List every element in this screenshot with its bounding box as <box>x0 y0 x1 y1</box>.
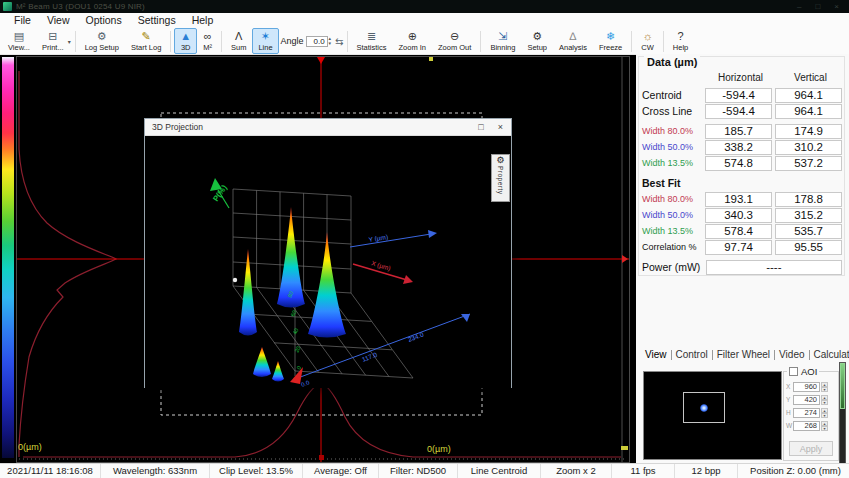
tab-video[interactable]: Video <box>775 349 808 360</box>
tab-view[interactable]: View <box>641 349 671 360</box>
menu-item-view[interactable]: View <box>39 13 78 28</box>
menu-item-settings[interactable]: Settings <box>130 13 184 28</box>
data-value-vertical: 178.8 <box>775 192 842 207</box>
toolbar-button-cw[interactable]: ☼CW <box>635 28 660 54</box>
toolbar: ▤View...⊟Print...▾⚙Log Setup✎Start Log▲3… <box>0 28 849 55</box>
apply-button[interactable]: Apply <box>789 441 833 456</box>
app-icon <box>3 2 12 11</box>
3d-icon: ▲ <box>180 30 191 42</box>
menu-item-help[interactable]: Help <box>184 13 222 28</box>
tab-control[interactable]: Control <box>672 349 712 360</box>
aoi-panel-label: AOI <box>801 366 817 377</box>
crosshair-bottom-marker <box>319 455 324 460</box>
aoi-field-h: H274▴▾ <box>786 406 828 419</box>
toolbar-button-help[interactable]: ?Help <box>667 28 694 54</box>
origin-marker: 0.0 <box>290 367 311 388</box>
toolbar-button-sum[interactable]: ΛSum <box>225 28 252 54</box>
title-bar[interactable]: M² Beam U3 (DOU1 0254 U9 NIR) – □ × <box>0 0 849 13</box>
column-header-vertical: Vertical <box>777 72 844 83</box>
toolbar-button-m[interactable]: ∞M² <box>197 28 218 54</box>
spin-down-icon[interactable]: ▾ <box>821 426 828 431</box>
crosshair-top-marker <box>317 57 325 64</box>
toolbar-button-log-setup[interactable]: ⚙Log Setup <box>79 28 125 54</box>
toolbar-button-binning[interactable]: ⇲Binning <box>484 28 521 54</box>
m2-icon: ∞ <box>204 30 212 42</box>
maximize-button[interactable]: □ <box>815 0 820 13</box>
aoi-field-label: X <box>786 383 793 390</box>
log-setup-icon: ⚙ <box>97 30 107 42</box>
x-axis: X (µm) <box>353 259 413 284</box>
aoi-field-spinner[interactable]: ▴▾ <box>821 408 828 418</box>
minimize-button[interactable]: – <box>797 0 801 13</box>
dropdown-arrow-icon[interactable]: ▾ <box>68 38 71 45</box>
aoi-field-input[interactable]: 420 <box>793 395 820 405</box>
projection-maximize-button[interactable]: □ <box>478 120 483 135</box>
data-value-horizontal: -594.4 <box>705 104 772 119</box>
setup-icon: ⚙ <box>532 30 542 42</box>
projection-close-button[interactable]: × <box>498 120 503 135</box>
column-header-horizontal: Horizontal <box>707 72 774 83</box>
data-table-header: Horizontal Vertical <box>642 72 844 83</box>
toolbar-button-analysis[interactable]: ∆Analysis <box>553 28 593 54</box>
data-row: Width 80.0%193.1178.8 <box>642 191 842 207</box>
aoi-field-spinner[interactable]: ▴▾ <box>821 382 828 392</box>
toolbar-button-3d[interactable]: ▲3D <box>174 28 197 54</box>
toolbar-button-freeze[interactable]: ❄Freeze <box>593 28 628 54</box>
data-value: ---- <box>706 260 842 275</box>
tab-filter-wheel[interactable]: Filter Wheel <box>713 349 774 360</box>
toolbar-button-print[interactable]: ⊟Print... <box>36 28 70 54</box>
status-item-4: Filter: ND500 <box>379 464 458 478</box>
spin-down-icon[interactable]: ▾ <box>821 413 828 418</box>
binning-icon: ⇲ <box>498 30 507 42</box>
data-value-vertical: 964.1 <box>775 88 842 103</box>
projection-3d-plot: P(%) 806040200 117.0 234.0 Y (µm) <box>145 136 511 388</box>
aoi-field-spinner[interactable]: ▴▾ <box>821 395 828 405</box>
right-scrollbar-thumb[interactable] <box>840 363 845 409</box>
sum-icon: Λ <box>235 30 242 42</box>
data-value-horizontal: 97.74 <box>705 240 772 255</box>
menu-item-options[interactable]: Options <box>78 13 130 28</box>
angle-input[interactable]: 0.0 <box>306 36 328 47</box>
aoi-field-input[interactable]: 268 <box>793 421 820 431</box>
data-value-vertical: 310.2 <box>775 140 842 155</box>
angle-adjust-icon[interactable]: ⇆ <box>335 36 343 47</box>
right-scrollbar[interactable] <box>839 362 846 468</box>
data-value-vertical: 964.1 <box>775 104 842 119</box>
cursor-dot[interactable] <box>233 278 237 282</box>
menu-bar: FileViewOptionsSettingsHelp <box>0 13 849 28</box>
toolbar-button-line[interactable]: ✶Line <box>252 28 278 54</box>
toolbar-button-label: Sum <box>231 43 246 52</box>
aoi-field-label: Y <box>786 396 793 403</box>
angle-spin-down-icon[interactable]: ▾ <box>329 41 332 46</box>
toolbar-button-zoom-in[interactable]: ⊕Zoom In <box>393 28 433 54</box>
toolbar-button-statistics[interactable]: ≣Statistics <box>351 28 393 54</box>
menu-item-file[interactable]: File <box>6 13 39 28</box>
tab-calculation[interactable]: Calculation <box>810 349 849 360</box>
preview-thumbnail[interactable] <box>643 371 782 460</box>
aoi-checkbox[interactable] <box>789 367 798 376</box>
toolbar-button-label: Freeze <box>599 43 622 52</box>
p-axis-tick: 60 <box>289 309 297 317</box>
aoi-field-input[interactable]: 960 <box>793 382 820 392</box>
projection-window[interactable]: 3D Projection □ × <box>144 118 512 388</box>
property-tab[interactable]: ⚙ Property <box>491 154 510 202</box>
x-axis-origin-label: 0(µm) <box>427 444 451 454</box>
spin-down-icon[interactable]: ▾ <box>821 400 828 405</box>
start-log-icon: ✎ <box>141 30 150 42</box>
aoi-field-input[interactable]: 274 <box>793 408 820 418</box>
data-value-horizontal: 185.7 <box>705 124 772 139</box>
angle-spinner[interactable]: ▴▾ <box>329 36 332 46</box>
projection-titlebar[interactable]: 3D Projection □ × <box>145 119 511 136</box>
angle-control: Angle0.0▴▾⇆ <box>281 36 344 47</box>
toolbar-button-view[interactable]: ▤View... <box>2 28 36 54</box>
toolbar-button-zoom-out[interactable]: ⊖Zoom Out <box>432 28 477 54</box>
y-front-tick: 117.0 <box>361 351 379 363</box>
spin-down-icon[interactable]: ▾ <box>821 387 828 392</box>
toolbar-button-setup[interactable]: ⚙Setup <box>521 28 553 54</box>
help-icon: ? <box>677 30 683 42</box>
close-button[interactable]: × <box>834 0 839 13</box>
aoi-field-spinner[interactable]: ▴▾ <box>821 421 828 431</box>
toolbar-button-start-log[interactable]: ✎Start Log <box>125 28 167 54</box>
cw-icon: ☼ <box>643 30 653 42</box>
thumbnail-beam-dot <box>700 404 708 412</box>
